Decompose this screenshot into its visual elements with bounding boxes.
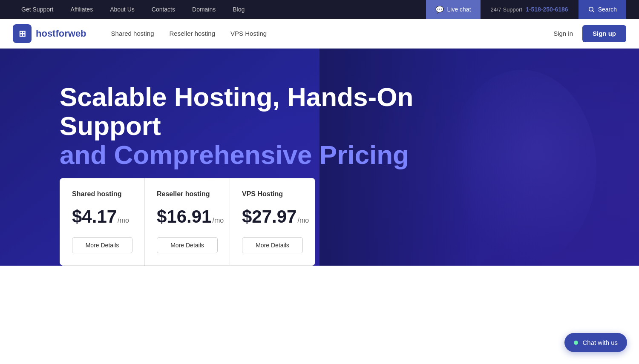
main-nav-right: Sign in Sign up: [549, 25, 626, 42]
top-nav-right: 💬 Live chat 24/7 Support 1-518-250-6186 …: [426, 0, 627, 19]
pricing-card-reseller-price: $16.91 /mo: [157, 206, 218, 227]
pricing-card-reseller: Reseller hosting $16.91 /mo More Details: [145, 178, 230, 266]
chat-widget-label: Chat with us: [582, 339, 618, 346]
pricing-reseller-details-button[interactable]: More Details: [157, 237, 218, 253]
pricing-section: Shared hosting $4.17 /mo More Details Re…: [0, 178, 639, 266]
support-label: 24/7 Support: [491, 6, 522, 13]
nav-link-about-us[interactable]: About Us: [101, 0, 143, 19]
pricing-shared-details-button[interactable]: More Details: [72, 237, 132, 253]
chat-widget[interactable]: Chat with us: [564, 333, 627, 352]
main-nav: ⊞ hostforweb Shared hosting Reseller hos…: [0, 19, 639, 49]
pricing-card-vps-price: $27.97 /mo: [242, 206, 303, 227]
pricing-reseller-amount: $16.91: [157, 206, 211, 227]
pricing-vps-amount: $27.97: [242, 206, 296, 227]
pricing-card-reseller-title: Reseller hosting: [157, 190, 218, 198]
live-chat-label: Live chat: [447, 6, 471, 13]
main-nav-shared-hosting[interactable]: Shared hosting: [104, 19, 162, 49]
logo-icon: ⊞: [13, 24, 32, 43]
search-icon: [588, 6, 595, 13]
search-button[interactable]: Search: [579, 0, 626, 19]
pricing-card-vps: VPS Hosting $27.97 /mo More Details: [230, 178, 315, 266]
hero-title-line2: and Comprehensive Pricing: [60, 140, 409, 169]
pricing-shared-amount: $4.17: [72, 206, 117, 227]
pricing-card-shared-price: $4.17 /mo: [72, 206, 132, 227]
main-nav-vps-hosting[interactable]: VPS Hosting: [223, 19, 274, 49]
logo[interactable]: ⊞ hostforweb: [13, 24, 86, 43]
sign-up-button[interactable]: Sign up: [582, 25, 626, 42]
hero-title-line1: Scalable Hosting, Hands-On Support: [60, 82, 413, 140]
svg-line-1: [593, 11, 594, 12]
pricing-shared-unit: /mo: [118, 217, 129, 224]
pricing-card-shared: Shared hosting $4.17 /mo More Details: [60, 178, 145, 266]
top-nav-links: Get Support Affiliates About Us Contacts…: [13, 0, 426, 19]
nav-link-contacts[interactable]: Contacts: [143, 0, 184, 19]
hero-section: Scalable Hosting, Hands-On Support and C…: [0, 49, 639, 266]
pricing-vps-unit: /mo: [297, 217, 309, 224]
pricing-reseller-unit: /mo: [212, 217, 224, 224]
live-chat-button[interactable]: 💬 Live chat: [426, 0, 481, 19]
main-nav-links: Shared hosting Reseller hosting VPS Host…: [104, 19, 550, 49]
nav-link-get-support[interactable]: Get Support: [13, 0, 62, 19]
sign-in-button[interactable]: Sign in: [549, 25, 577, 42]
nav-link-domains[interactable]: Domains: [184, 0, 224, 19]
logo-text: hostforweb: [36, 28, 86, 39]
top-nav: Get Support Affiliates About Us Contacts…: [0, 0, 639, 19]
logo-icon-text: ⊞: [19, 29, 26, 39]
svg-point-0: [589, 7, 593, 11]
pricing-vps-details-button[interactable]: More Details: [242, 237, 303, 253]
pricing-card-shared-title: Shared hosting: [72, 190, 132, 198]
search-label: Search: [598, 6, 617, 13]
nav-link-affiliates[interactable]: Affiliates: [62, 0, 102, 19]
hero-title: Scalable Hosting, Hands-On Support and C…: [60, 83, 443, 170]
pricing-card-vps-title: VPS Hosting: [242, 190, 303, 198]
chat-online-indicator: [574, 341, 578, 345]
nav-link-blog[interactable]: Blog: [224, 0, 253, 19]
chat-bubble-icon: 💬: [435, 6, 444, 14]
pricing-cards: Shared hosting $4.17 /mo More Details Re…: [60, 178, 341, 266]
support-phone[interactable]: 1-518-250-6186: [526, 6, 568, 13]
main-nav-reseller-hosting[interactable]: Reseller hosting: [161, 19, 223, 49]
support-section: 24/7 Support 1-518-250-6186: [481, 0, 579, 19]
